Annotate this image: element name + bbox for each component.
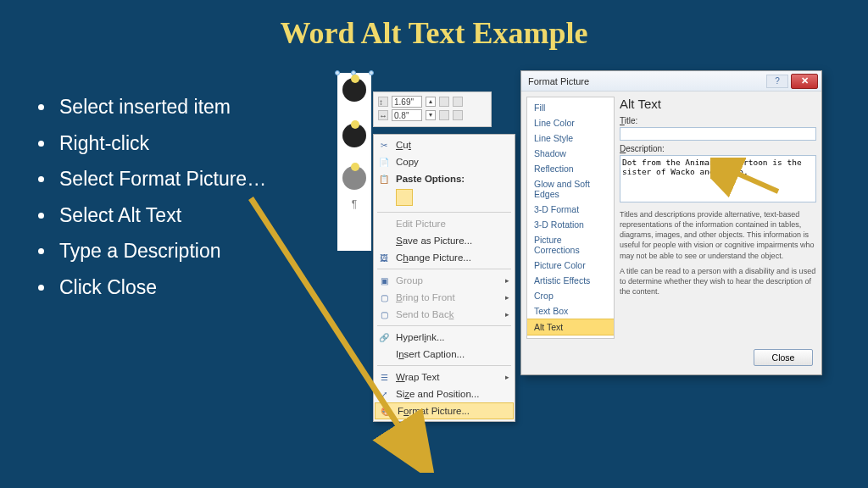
height-value[interactable]: 1.69" — [392, 96, 422, 108]
category-fill[interactable]: Fill — [527, 100, 614, 115]
category-3d-format[interactable]: 3-D Format — [527, 202, 614, 217]
category-line-style[interactable]: Line Style — [527, 130, 614, 146]
alt-text-pane: Alt Text Title: Description: Titles and … — [620, 97, 816, 339]
size-flyout: ↕ 1.69" ▴ ↔ 0.8" ▾ — [373, 92, 492, 127]
format-picture-icon: 🎨 — [379, 404, 392, 418]
effects-icon[interactable] — [453, 110, 463, 120]
title-label: Title: — [620, 116, 816, 125]
close-x-button[interactable]: ✕ — [791, 74, 818, 89]
menu-copy[interactable]: 📄Copy — [374, 153, 515, 170]
dialog-title: Format Picture — [528, 76, 589, 86]
width-icon: ↔ — [378, 110, 388, 120]
chevron-right-icon: ▸ — [505, 276, 509, 285]
title-input[interactable] — [620, 127, 816, 141]
bring-front-icon: ▢ — [377, 291, 391, 304]
menu-send-to-back: ▢Send to Back▸ — [374, 306, 515, 323]
help-button[interactable]: ? — [766, 75, 788, 88]
stepper-icon[interactable]: ▾ — [426, 110, 436, 120]
paste-option-button[interactable] — [396, 189, 413, 206]
menu-size-position[interactable]: ⤢Size and Position... — [374, 385, 515, 402]
category-glow[interactable]: Glow and Soft Edges — [527, 176, 614, 202]
send-back-icon: ▢ — [377, 308, 391, 321]
menu-format-picture[interactable]: 🎨Format Picture... — [375, 402, 514, 419]
rotate-icon[interactable] — [439, 110, 449, 120]
format-picture-dialog: Format Picture ? ✕ Fill Line Color Line … — [520, 70, 822, 375]
category-reflection[interactable]: Reflection — [527, 161, 614, 176]
menu-paste-options: 📋Paste Options: — [374, 170, 515, 187]
menu-hyperlink[interactable]: 🔗Hyperlink... — [374, 329, 515, 346]
align-icon[interactable] — [453, 97, 463, 107]
bullet-item: Type a Description — [56, 233, 266, 269]
category-line-color[interactable]: Line Color — [527, 115, 614, 130]
help-text-2: A title can be read to a person with a d… — [620, 266, 816, 297]
copy-icon: 📄 — [377, 155, 391, 169]
category-picture-corrections[interactable]: Picture Corrections — [527, 232, 614, 258]
description-textarea[interactable] — [620, 155, 816, 202]
chevron-right-icon: ▸ — [505, 293, 509, 302]
category-shadow[interactable]: Shadow — [527, 146, 614, 161]
scissors-icon: ✂ — [377, 138, 391, 152]
chevron-right-icon: ▸ — [505, 373, 509, 381]
category-crop[interactable]: Crop — [527, 288, 614, 303]
menu-wrap-text[interactable]: ☰Wrap Text▸ — [374, 369, 515, 385]
menu-change-picture[interactable]: 🖼Change Picture... — [374, 249, 515, 266]
slide-title: Word Alt Text Example — [0, 0, 868, 59]
wrap-text-icon: ☰ — [377, 370, 391, 384]
group-icon: ▣ — [377, 274, 391, 287]
bullet-item: Select Format Picture… — [56, 161, 266, 197]
instruction-list: Select inserted item Right-click Select … — [39, 89, 266, 305]
size-icon: ⤢ — [377, 387, 391, 401]
menu-save-as-picture[interactable]: Save as Picture... — [374, 232, 515, 249]
menu-group: ▣Group▸ — [374, 272, 515, 289]
dialog-titlebar[interactable]: Format Picture ? ✕ — [521, 71, 821, 92]
chevron-right-icon: ▸ — [505, 310, 509, 319]
paste-icon: 📋 — [377, 172, 391, 186]
crop-icon[interactable] — [439, 97, 449, 107]
category-text-box[interactable]: Text Box — [527, 303, 614, 319]
menu-cut[interactable]: ✂Cut — [374, 136, 515, 153]
height-icon: ↕ — [378, 97, 388, 107]
category-3d-rotation[interactable]: 3-D Rotation — [527, 217, 614, 232]
width-value[interactable]: 0.8" — [392, 109, 422, 121]
category-picture-color[interactable]: Picture Color — [527, 258, 614, 273]
bullet-item: Click Close — [56, 269, 266, 306]
category-artistic-effects[interactable]: Artistic Effects — [527, 273, 614, 288]
help-text-1: Titles and descriptions provide alternat… — [620, 209, 816, 261]
bullet-item: Select Alt Text — [56, 197, 266, 234]
close-button[interactable]: Close — [754, 349, 813, 366]
menu-edit-picture: Edit Picture — [374, 215, 515, 232]
menu-insert-caption[interactable]: Insert Caption... — [374, 346, 515, 363]
category-alt-text[interactable]: Alt Text — [527, 319, 614, 336]
selected-picture[interactable]: ¶ — [337, 73, 371, 251]
category-list: Fill Line Color Line Style Shadow Reflec… — [526, 97, 615, 339]
stepper-icon[interactable]: ▴ — [426, 97, 436, 107]
bullet-item: Select inserted item — [56, 89, 266, 125]
change-picture-icon: 🖼 — [377, 251, 391, 264]
bullet-item: Right-click — [56, 125, 266, 162]
pane-heading: Alt Text — [620, 97, 816, 111]
menu-bring-to-front: ▢Bring to Front▸ — [374, 289, 515, 306]
hyperlink-icon: 🔗 — [377, 330, 391, 344]
description-label: Description: — [620, 144, 816, 153]
context-menu: ✂Cut 📄Copy 📋Paste Options: Edit Picture … — [373, 134, 515, 422]
